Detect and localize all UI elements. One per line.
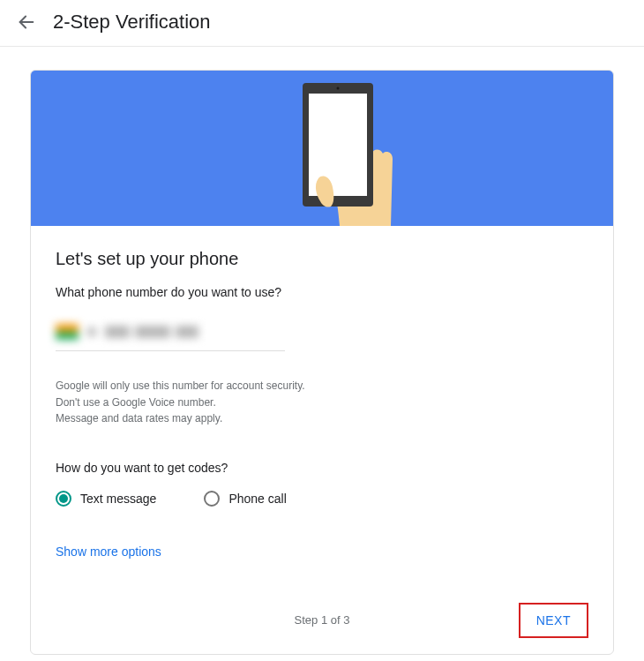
country-flag-icon	[56, 324, 79, 340]
page-title: 2-Step Verification	[53, 11, 211, 34]
info-line-1: Google will only use this number for acc…	[56, 378, 588, 394]
radio-unselected-icon	[204, 491, 220, 507]
phone-input[interactable]	[56, 324, 285, 345]
hero-illustration	[31, 71, 613, 226]
setup-heading: Let's set up your phone	[56, 249, 588, 269]
info-text: Google will only use this number for acc…	[56, 378, 588, 427]
show-more-options-link[interactable]: Show more options	[56, 545, 161, 559]
radio-text-message[interactable]: Text message	[56, 491, 156, 507]
radio-text-label: Text message	[80, 492, 156, 506]
codes-heading: How do you want to get codes?	[56, 461, 588, 475]
svg-point-3	[337, 87, 340, 90]
setup-card: Let's set up your phone What phone numbe…	[30, 70, 614, 655]
info-line-3: Message and data rates may apply.	[56, 410, 588, 427]
radio-call-label: Phone call	[228, 492, 286, 506]
next-button[interactable]: NEXT	[519, 603, 588, 638]
info-line-2: Don't use a Google Voice number.	[56, 394, 588, 411]
dropdown-caret-icon	[87, 327, 96, 336]
step-indicator: Step 1 of 3	[295, 613, 350, 627]
radio-phone-call[interactable]: Phone call	[204, 491, 286, 507]
setup-subheading: What phone number do you want to use?	[56, 285, 588, 299]
phone-number-value	[105, 326, 198, 338]
back-arrow-icon[interactable]	[16, 11, 37, 33]
input-underline	[56, 350, 285, 351]
radio-selected-icon	[56, 491, 71, 507]
